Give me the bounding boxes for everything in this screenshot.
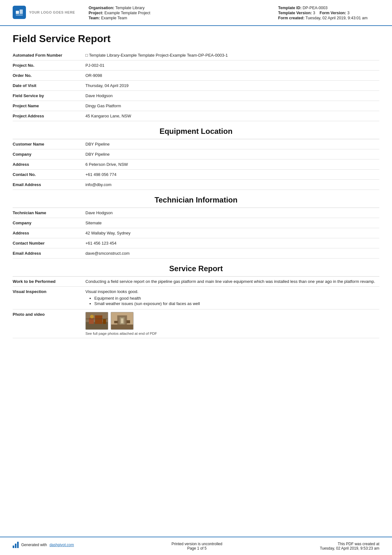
field-value: DBY Pipeline xyxy=(76,149,379,159)
dashpivot-link[interactable]: dashpivot.com xyxy=(49,543,74,547)
field-value: DBY Pipeline xyxy=(76,139,379,149)
team-value: Example Team xyxy=(101,16,127,20)
field-text: Visual inspection looks good. xyxy=(85,289,376,294)
footer-center: Printed version is uncontrolled Page 1 o… xyxy=(171,542,222,551)
version-row: Template Version: 3 Form Version: 3 xyxy=(278,11,379,15)
field-value: PJ-002-01 xyxy=(76,60,379,71)
field-label: Contact Number xyxy=(13,238,76,248)
field-value: Conducting a field service report on the… xyxy=(76,277,379,287)
field-label: Photo and video xyxy=(13,309,76,338)
table-row: Field Service byDave Hodgson xyxy=(13,91,379,101)
service-heading: Service Report xyxy=(13,259,379,276)
list-item: Small weather issues (sun exposure) for … xyxy=(94,301,376,306)
generated-with-text: Generated with xyxy=(21,543,47,547)
table-row: Address6 Peterson Drive, NSW xyxy=(13,159,379,170)
field-value: +61 456 123 454 xyxy=(76,238,379,248)
photo-thumb-1 xyxy=(85,312,108,330)
field-value: Sitemate xyxy=(76,218,379,228)
field-value: Thursday, 04 April 2019 xyxy=(76,81,379,91)
table-row: Address42 Wallaby Way, Sydney xyxy=(13,228,379,238)
page-title: Field Service Report xyxy=(13,33,379,45)
table-row: Date of VisitThursday, 04 April 2019 xyxy=(13,81,379,91)
table-row: Order No.OR-9098 xyxy=(13,71,379,81)
main-content: Field Service Report Automated Form Numb… xyxy=(0,26,392,537)
field-value: Dingy Gas Platform xyxy=(76,101,379,111)
table-row: Project No.PJ-002-01 xyxy=(13,60,379,71)
logo-text: YOUR LOGO GOES HERE xyxy=(29,10,75,15)
field-value: □ Template Library-Example Template Proj… xyxy=(76,50,379,60)
template-id-row: Template ID: DP-PEA-0003 xyxy=(278,6,379,10)
svg-rect-13 xyxy=(111,325,133,329)
field-label: Contact No. xyxy=(13,170,76,180)
template-id-label: Template ID: xyxy=(278,6,302,10)
header-right: Template ID: DP-PEA-0003 Template Versio… xyxy=(278,6,379,21)
field-label: Email Address xyxy=(13,248,76,259)
form-version-label: Form Version: xyxy=(320,11,346,15)
footer-right-line2: Tuesday, 02 April 2019, 9:53:23 am xyxy=(320,546,379,551)
form-created-label: Form created: xyxy=(278,16,304,20)
project-value: Example Template Project xyxy=(104,11,150,15)
header-project-row: Project: Example Template Project xyxy=(89,11,278,15)
footer-center-line2: Page 1 of 5 xyxy=(171,546,222,551)
field-label: Project Name xyxy=(13,101,76,111)
field-label: Automated Form Number xyxy=(13,50,76,60)
svg-rect-15 xyxy=(114,321,118,323)
table-row: CompanyDBY Pipeline xyxy=(13,149,379,159)
field-label: Field Service by xyxy=(13,91,76,101)
field-value: Dave Hodgson xyxy=(76,91,379,101)
field-label: Company xyxy=(13,149,76,159)
footer-center-line1: Printed version is uncontrolled xyxy=(171,542,222,546)
field-label: Address xyxy=(13,228,76,238)
field-label: Email Address xyxy=(13,180,76,190)
header: YOUR LOGO GOES HERE Organisation: Templa… xyxy=(0,0,392,26)
header-team-row: Team: Example Team xyxy=(89,16,278,20)
org-label: Organisation: xyxy=(89,6,114,10)
field-value: See full page photos attached at end of … xyxy=(76,309,379,338)
form-created-value: Tuesday, 02 April 2019, 9:43:01 am xyxy=(306,16,368,20)
table-row: Email Addressinfo@dby.com xyxy=(13,180,379,190)
field-value: +61 498 056 774 xyxy=(76,170,379,180)
table-row: Project NameDingy Gas Platform xyxy=(13,101,379,111)
table-row: Contact Number+61 456 123 454 xyxy=(13,238,379,248)
svg-rect-14 xyxy=(121,318,123,323)
field-label: Company xyxy=(13,218,76,228)
field-value: 42 Wallaby Way, Sydney xyxy=(76,228,379,238)
bullet-list: Equipment in good healthSmall weather is… xyxy=(85,296,376,306)
svg-rect-2 xyxy=(16,15,23,16)
service-table: Work to be PerformedConducting a field s… xyxy=(13,277,379,338)
table-row: Contact No.+61 498 056 774 xyxy=(13,170,379,180)
header-meta: Organisation: Template Library Project: … xyxy=(89,6,278,21)
template-version-label: Template Version: xyxy=(278,11,312,15)
footer-right-line1: This PDF was created at xyxy=(320,542,379,546)
table-row: Photo and video See full page photos att… xyxy=(13,309,379,338)
field-label: Date of Visit xyxy=(13,81,76,91)
photo-caption: See full page photos attached at end of … xyxy=(85,332,376,335)
table-row: Technician NameDave Hodgson xyxy=(13,208,379,218)
field-label: Technician Name xyxy=(13,208,76,218)
table-row: Work to be PerformedConducting a field s… xyxy=(13,277,379,287)
logo-icon xyxy=(13,6,26,19)
field-value: 45 Kangaroo Lane, NSW xyxy=(76,111,379,121)
table-row: Email Addressdave@smconstruct.com xyxy=(13,248,379,259)
technician-table: Technician NameDave HodgsonCompanySitema… xyxy=(13,208,379,259)
table-row: Automated Form Number□ Template Library-… xyxy=(13,50,379,60)
svg-point-9 xyxy=(90,315,94,319)
svg-rect-7 xyxy=(103,319,106,324)
field-label: Project Address xyxy=(13,111,76,121)
list-item: Equipment in good health xyxy=(94,296,376,301)
photo-row xyxy=(85,312,376,330)
field-value: info@dby.com xyxy=(76,180,379,190)
team-label: Team: xyxy=(89,16,100,20)
field-value: Visual inspection looks good.Equipment i… xyxy=(76,287,379,309)
field-value: dave@smconstruct.com xyxy=(76,248,379,259)
field-label: Customer Name xyxy=(13,139,76,149)
form-version-value: 3 xyxy=(347,11,350,15)
field-value: Dave Hodgson xyxy=(76,208,379,218)
svg-rect-1 xyxy=(20,9,23,14)
table-row: Visual InspectionVisual inspection looks… xyxy=(13,287,379,309)
table-row: Customer NameDBY Pipeline xyxy=(13,139,379,149)
footer-right: This PDF was created at Tuesday, 02 Apri… xyxy=(320,542,379,551)
dashpivot-icon xyxy=(13,542,19,548)
footer: Generated with dashpivot.com Printed ver… xyxy=(0,537,392,555)
field-label: Visual Inspection xyxy=(13,287,76,309)
